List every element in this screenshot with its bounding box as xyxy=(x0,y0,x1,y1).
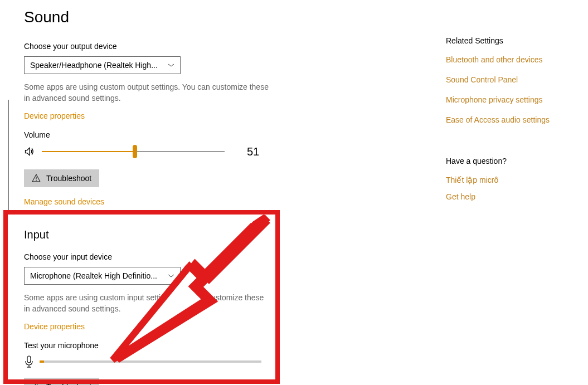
output-troubleshoot-button[interactable]: Troubleshoot xyxy=(24,169,99,187)
chevron-down-icon xyxy=(168,62,174,69)
manage-sound-devices-link[interactable]: Manage sound devices xyxy=(24,197,104,206)
related-link-ease-of-access[interactable]: Ease of Access audio settings xyxy=(446,115,574,124)
input-device-selected: Microphone (Realtek High Definitio... xyxy=(30,271,157,280)
volume-slider[interactable] xyxy=(42,145,225,158)
output-device-selected: Speaker/Headphone (Realtek High... xyxy=(30,61,158,70)
chevron-down-icon xyxy=(168,272,174,279)
warning-icon xyxy=(32,174,41,183)
help-heading: Have a question? xyxy=(446,157,574,165)
help-link-get-help[interactable]: Get help xyxy=(446,192,574,201)
page-title: Sound xyxy=(24,8,280,26)
test-mic-label: Test your microphone xyxy=(24,341,280,350)
input-description: Some apps are using custom input setting… xyxy=(24,293,269,314)
speaker-icon xyxy=(24,146,35,157)
output-device-label: Choose your output device xyxy=(24,42,280,51)
volume-value: 51 xyxy=(247,145,259,158)
input-device-label: Choose your input device xyxy=(24,252,280,261)
output-device-dropdown[interactable]: Speaker/Headphone (Realtek High... xyxy=(24,56,181,74)
mic-test-row xyxy=(24,355,280,368)
volume-row: 51 xyxy=(24,145,280,158)
svg-point-1 xyxy=(36,180,37,181)
svg-rect-2 xyxy=(27,356,31,363)
input-troubleshoot-label: Troubleshoot xyxy=(46,382,91,385)
main-content: Sound Choose your output device Speaker/… xyxy=(24,8,280,385)
right-panel: Related Settings Bluetooth and other dev… xyxy=(446,36,574,209)
mic-level-bar xyxy=(40,360,261,363)
output-troubleshoot-label: Troubleshoot xyxy=(46,174,91,183)
output-device-properties-link[interactable]: Device properties xyxy=(24,111,85,120)
related-link-sound-control-panel[interactable]: Sound Control Panel xyxy=(446,75,574,84)
input-device-dropdown[interactable]: Microphone (Realtek High Definitio... xyxy=(24,267,181,285)
input-section-title: Input xyxy=(24,228,280,241)
related-link-microphone-privacy[interactable]: Microphone privacy settings xyxy=(446,95,574,104)
sidebar-edge xyxy=(8,100,9,211)
related-settings-heading: Related Settings xyxy=(446,36,574,45)
related-link-bluetooth[interactable]: Bluetooth and other devices xyxy=(446,55,574,64)
input-troubleshoot-button[interactable]: Troubleshoot xyxy=(24,378,99,385)
output-description: Some apps are using custom output settin… xyxy=(24,82,269,104)
input-section: Input Choose your input device Microphon… xyxy=(24,228,280,385)
microphone-icon xyxy=(24,355,34,368)
volume-label: Volume xyxy=(24,130,280,139)
help-link-setup-mic[interactable]: Thiết lập micrô xyxy=(446,176,574,184)
input-device-properties-link[interactable]: Device properties xyxy=(24,322,85,331)
warning-icon xyxy=(32,382,41,385)
